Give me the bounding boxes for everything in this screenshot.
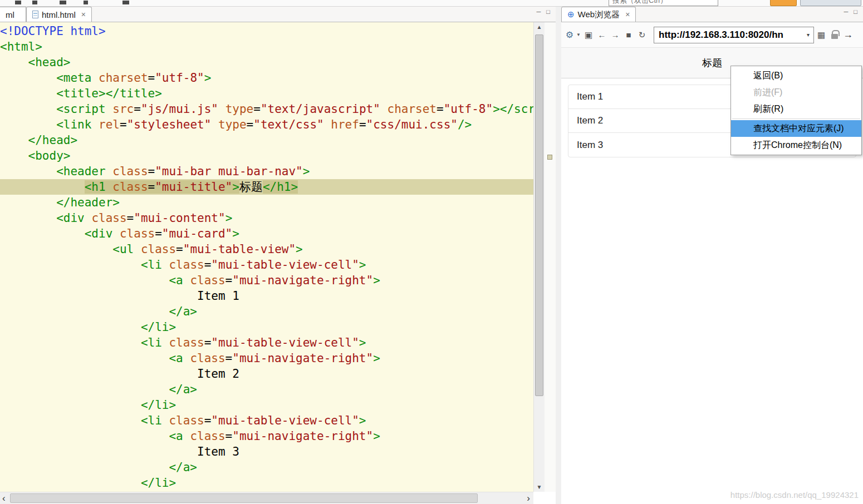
code-line[interactable]: </li> bbox=[0, 319, 533, 335]
code-line[interactable]: <!DOCTYPE html> bbox=[0, 23, 533, 39]
code-line[interactable]: <ul class="mui-table-view"> bbox=[0, 241, 533, 257]
refresh-icon[interactable]: ↻ bbox=[636, 30, 648, 40]
menu-item[interactable]: 刷新(R) bbox=[731, 101, 861, 117]
toolbar-button-fragment[interactable] bbox=[770, 0, 797, 6]
code-line[interactable]: <li class="mui-table-view-cell"> bbox=[0, 257, 533, 273]
code-line[interactable]: </li> bbox=[0, 397, 533, 413]
menu-item[interactable]: 查找文档中对应元素(J) bbox=[731, 120, 861, 137]
code-token: = bbox=[204, 258, 212, 271]
code-line[interactable]: </a> bbox=[0, 382, 533, 397]
close-icon[interactable]: × bbox=[625, 10, 630, 19]
code-line[interactable]: Item 3 bbox=[0, 444, 533, 459]
open-external-window-icon[interactable]: ▣ bbox=[582, 30, 595, 40]
code-token: = bbox=[176, 243, 183, 256]
url-input[interactable]: http://192.168.3.110:8020/hn ▾ bbox=[654, 27, 814, 43]
menu-item[interactable]: 打开Chrome控制台(N) bbox=[731, 137, 861, 154]
lock-icon[interactable] bbox=[828, 31, 841, 39]
url-dropdown-icon[interactable]: ▾ bbox=[805, 32, 811, 38]
code-token: </li> bbox=[141, 398, 176, 412]
close-icon[interactable]: × bbox=[81, 10, 86, 19]
code-line[interactable]: Item 2 bbox=[0, 366, 533, 382]
occurrence-marker[interactable] bbox=[547, 155, 552, 160]
code-line[interactable]: <link rel="stylesheet" type="text/css" h… bbox=[0, 117, 533, 132]
code-line[interactable]: </head> bbox=[0, 132, 533, 148]
code-line[interactable]: <html> bbox=[0, 39, 533, 55]
code-token bbox=[0, 258, 141, 271]
toolbar-button-fragment[interactable] bbox=[800, 0, 861, 6]
code-token: <head> bbox=[28, 56, 71, 69]
code-line[interactable]: <header class="mui-bar mui-bar-nav"> bbox=[0, 164, 533, 179]
settings-caret-icon[interactable]: ▼ bbox=[576, 32, 581, 37]
code-token bbox=[183, 429, 190, 443]
editor-tab-html[interactable]: html.html × bbox=[26, 7, 92, 22]
code-token: class bbox=[169, 414, 204, 427]
code-line[interactable]: <h1 class="mui-title">标题</h1> bbox=[0, 179, 533, 195]
code-line[interactable]: <a class="mui-navigate-right"> bbox=[0, 273, 533, 288]
vertical-scrollbar[interactable]: ▲ ▼ bbox=[533, 22, 545, 492]
code-line[interactable]: <head> bbox=[0, 55, 533, 70]
code-line[interactable]: </header> bbox=[0, 195, 533, 210]
code-line[interactable]: </a> bbox=[0, 459, 533, 475]
code-token: 标题 bbox=[239, 180, 263, 194]
code-token bbox=[0, 71, 56, 85]
code-token: "mui-table-view-cell" bbox=[211, 336, 359, 349]
horizontal-scrollbar[interactable]: ‹ › bbox=[0, 492, 533, 504]
code-token: "mui-table-view-cell" bbox=[211, 414, 359, 427]
code-line[interactable]: <li class="mui-table-view-cell"> bbox=[0, 335, 533, 350]
editor-panel: ml html.html × ─ □ <!DOCTYPE html><html>… bbox=[0, 7, 556, 504]
menu-item[interactable]: 返回(B) bbox=[731, 67, 861, 84]
code-line[interactable]: </a> bbox=[0, 304, 533, 319]
scroll-up-icon[interactable]: ▲ bbox=[534, 24, 545, 30]
maximize-icon[interactable]: □ bbox=[546, 8, 550, 15]
code-token: <header bbox=[56, 165, 106, 178]
code-line[interactable]: <a class="mui-navigate-right"> bbox=[0, 428, 533, 444]
code-line[interactable]: <script src="js/mui.js" type="text/javas… bbox=[0, 101, 533, 117]
code-line[interactable]: Item 1 bbox=[0, 288, 533, 304]
scroll-right-icon[interactable]: › bbox=[527, 493, 530, 504]
code-line[interactable]: <title></title> bbox=[0, 86, 533, 101]
scroll-left-icon[interactable]: ‹ bbox=[2, 493, 6, 504]
editor-tab-partial[interactable]: ml bbox=[0, 7, 26, 22]
scrollbar-thumb[interactable] bbox=[535, 34, 543, 396]
code-line[interactable]: <meta charset="utf-8"> bbox=[0, 70, 533, 86]
list-item-label: Item 1 bbox=[577, 91, 603, 102]
scroll-down-icon[interactable]: ▼ bbox=[534, 484, 545, 490]
minimize-icon[interactable]: ─ bbox=[844, 8, 849, 15]
code-line[interactable]: </li> bbox=[0, 475, 533, 491]
code-token bbox=[0, 429, 169, 443]
toolbar-icon-fragment bbox=[122, 1, 129, 4]
back-icon[interactable]: ← bbox=[596, 30, 608, 39]
stop-icon[interactable]: ■ bbox=[622, 30, 635, 39]
minimize-icon[interactable]: ─ bbox=[537, 8, 541, 15]
panel-splitter[interactable] bbox=[556, 7, 561, 504]
forward-icon[interactable]: → bbox=[609, 30, 621, 39]
code-token: > bbox=[204, 71, 212, 85]
qr-grid-icon[interactable]: ▦ bbox=[815, 30, 827, 40]
code-line[interactable]: <div class="mui-content"> bbox=[0, 210, 533, 226]
global-search-input[interactable] bbox=[609, 0, 718, 6]
code-line[interactable]: <a class="mui-navigate-right"> bbox=[0, 350, 533, 366]
lock-icon-body bbox=[831, 34, 838, 39]
go-arrow-icon[interactable]: → bbox=[842, 29, 854, 41]
code-token: = bbox=[437, 102, 444, 116]
code-token: = bbox=[247, 118, 254, 131]
code-editor[interactable]: <!DOCTYPE html><html> <head> <meta chars… bbox=[0, 22, 533, 492]
code-line[interactable]: <li class="mui-table-view-cell"> bbox=[0, 413, 533, 428]
code-token: "mui-table-view" bbox=[183, 243, 296, 256]
code-token: > bbox=[359, 336, 366, 349]
code-token: "mui-title" bbox=[155, 180, 232, 194]
browser-tab[interactable]: ⊕ Web浏览器 × bbox=[561, 7, 636, 22]
scrollbar-thumb[interactable] bbox=[10, 493, 478, 503]
toolbar-icon-fragment bbox=[15, 1, 21, 4]
code-line[interactable]: <body> bbox=[0, 148, 533, 164]
settings-gear-icon[interactable]: ⚙ bbox=[565, 29, 575, 40]
maximize-icon[interactable]: □ bbox=[854, 8, 857, 15]
code-token: rel bbox=[99, 118, 120, 131]
code-token bbox=[0, 227, 85, 240]
code-token: </a> bbox=[169, 461, 197, 474]
code-token: = bbox=[148, 180, 155, 194]
code-token bbox=[0, 320, 141, 334]
code-line[interactable]: <div class="mui-card"> bbox=[0, 226, 533, 241]
code-token: </li> bbox=[141, 476, 176, 490]
code-token: class bbox=[141, 243, 176, 256]
